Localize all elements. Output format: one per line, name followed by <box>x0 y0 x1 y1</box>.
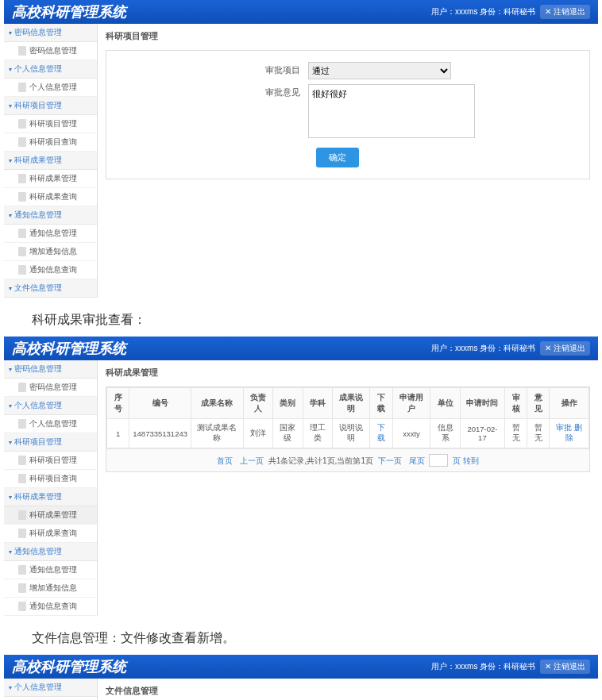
nav-item-notice-add[interactable]: 增加通知信息 <box>4 243 97 261</box>
pagination: 首页 上一页 共1条记录,共计1页,当前第1页 下一页 尾页 页 转到 <box>106 448 589 471</box>
sidebar: 密码信息管理 密码信息管理 个人信息管理 个人信息管理 科研项目管理 科研项目管… <box>4 360 98 616</box>
col-unit: 单位 <box>430 388 461 419</box>
nav-item-project-mgmt[interactable]: 科研项目管理 <box>4 115 97 133</box>
nav-group-result[interactable]: 科研成果管理 <box>4 488 97 506</box>
nav-item-personal[interactable]: 个人信息管理 <box>4 79 97 97</box>
nav-group-password[interactable]: 密码信息管理 <box>4 24 97 42</box>
nav-item-result-mgmt[interactable]: 科研成果管理 <box>4 506 97 525</box>
logout-icon: ✕ <box>545 344 551 352</box>
page-prev[interactable]: 上一页 <box>240 456 264 465</box>
nav-item-notice-add[interactable]: 增加通知信息 <box>4 579 97 598</box>
col-opinion: 意见 <box>527 388 550 419</box>
section-title-results: 科研成果审批查看： <box>0 304 602 337</box>
nav-group-file[interactable]: 文件信息管理 <box>4 279 97 298</box>
col-owner: 负责人 <box>243 388 273 419</box>
opinion-textarea[interactable] <box>308 84 475 138</box>
col-time: 申请时间 <box>460 388 504 419</box>
user-info: 用户：xxxms 身份：科研秘书 <box>431 661 535 672</box>
col-seq: 序号 <box>107 388 129 419</box>
col-name: 成果名称 <box>191 388 243 419</box>
col-dl: 下载 <box>370 388 392 419</box>
nav-item-password[interactable]: 密码信息管理 <box>4 42 97 60</box>
section-title-files: 文件信息管理：文件修改查看新增。 <box>0 622 602 655</box>
system-title: 高校科研管理系统 <box>12 339 126 358</box>
nav-item-notice-mgmt[interactable]: 通知信息管理 <box>4 225 97 243</box>
results-table: 序号 编号 成果名称 负责人 类别 学科 成果说明 下载 申请用户 单位 申请时… <box>106 387 589 448</box>
nav-item-project-query[interactable]: 科研项目查询 <box>4 133 97 152</box>
system-title: 高校科研管理系统 <box>12 2 126 21</box>
logout-button[interactable]: ✕ 注销退出 <box>540 5 590 19</box>
nav-group-result[interactable]: 科研成果管理 <box>4 152 97 170</box>
sidebar: 个人信息管理 个人信息管理 科研项目管理 科研项目管理 科研项目查询 科研成果管… <box>4 679 98 700</box>
nav-item-result-query[interactable]: 科研成果查询 <box>4 525 97 543</box>
nav-item-personal[interactable]: 个人信息管理 <box>4 697 97 700</box>
page-title: 科研成果管理 <box>106 367 590 382</box>
nav-group-notice[interactable]: 通知信息管理 <box>4 543 97 561</box>
page-last[interactable]: 尾页 <box>409 456 425 465</box>
nav-item-notice-mgmt[interactable]: 通知信息管理 <box>4 561 97 579</box>
nav-group-personal[interactable]: 个人信息管理 <box>4 679 97 697</box>
download-link[interactable]: 下载 <box>377 423 385 442</box>
nav-group-project[interactable]: 科研项目管理 <box>4 433 97 452</box>
nav-group-personal[interactable]: 个人信息管理 <box>4 397 97 415</box>
col-no: 编号 <box>129 388 191 419</box>
page-go[interactable]: 页 转到 <box>453 456 479 465</box>
table-row: 1 1487335131243 测试成果名称 刘洋 国家级 理工类 说明说明 下… <box>107 419 589 448</box>
nav-group-project[interactable]: 科研项目管理 <box>4 97 97 115</box>
page-input[interactable] <box>429 454 448 467</box>
logout-icon: ✕ <box>545 662 551 671</box>
form-panel: 审批项目 通过 审批意见 确定 <box>106 50 590 179</box>
col-subj: 学科 <box>303 388 333 419</box>
col-review: 审核 <box>504 388 527 419</box>
logout-button[interactable]: ✕ 注销退出 <box>540 341 590 356</box>
nav-item-project-mgmt[interactable]: 科研项目管理 <box>4 452 97 470</box>
page-title: 科研项目管理 <box>106 30 590 45</box>
project-label: 审批项目 <box>118 62 308 76</box>
sidebar: 密码信息管理 密码信息管理 个人信息管理 个人信息管理 科研项目管理 科研项目管… <box>4 24 98 298</box>
nav-group-personal[interactable]: 个人信息管理 <box>4 60 97 79</box>
nav-item-password[interactable]: 密码信息管理 <box>4 379 97 397</box>
submit-button[interactable]: 确定 <box>316 148 359 167</box>
page-first[interactable]: 首页 <box>217 456 233 465</box>
nav-item-result-mgmt[interactable]: 科研成果管理 <box>4 170 97 188</box>
page-title: 文件信息管理 <box>106 685 590 700</box>
user-info: 用户：xxxms 身份：科研秘书 <box>431 6 535 17</box>
user-info: 用户：xxxms 身份：科研秘书 <box>431 343 535 354</box>
col-desc: 成果说明 <box>333 388 370 419</box>
opinion-label: 审批意见 <box>118 84 308 98</box>
system-title: 高校科研管理系统 <box>12 657 126 676</box>
nav-group-notice[interactable]: 通知信息管理 <box>4 206 97 225</box>
logout-icon: ✕ <box>545 7 551 16</box>
nav-item-personal[interactable]: 个人信息管理 <box>4 415 97 433</box>
nav-item-result-query[interactable]: 科研成果查询 <box>4 188 97 206</box>
col-op: 操作 <box>550 388 589 419</box>
nav-item-notice-query[interactable]: 通知信息查询 <box>4 261 97 279</box>
page-info: 共1条记录,共计1页,当前第1页 <box>268 456 373 465</box>
project-select[interactable]: 通过 <box>308 62 451 79</box>
approve-link[interactable]: 审批 <box>556 423 572 432</box>
nav-item-notice-query[interactable]: 通知信息查询 <box>4 598 97 616</box>
col-cat: 类别 <box>273 388 303 419</box>
nav-item-project-query[interactable]: 科研项目查询 <box>4 470 97 488</box>
nav-group-password[interactable]: 密码信息管理 <box>4 360 97 379</box>
logout-button[interactable]: ✕ 注销退出 <box>540 660 590 674</box>
col-user: 申请用户 <box>392 388 430 419</box>
page-next[interactable]: 下一页 <box>378 456 402 465</box>
